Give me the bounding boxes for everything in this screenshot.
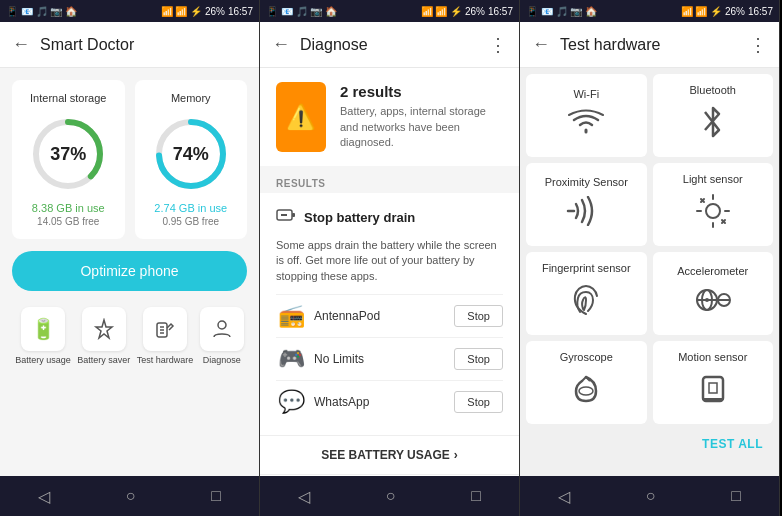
storage-row: Internal storage 37% 8.38 GB in use 14.0… bbox=[12, 80, 247, 239]
recents-nav-1[interactable]: □ bbox=[195, 481, 237, 511]
test-hardware-icon bbox=[143, 307, 187, 351]
battery-saver-icon bbox=[82, 307, 126, 351]
gyroscope-icon bbox=[568, 371, 604, 414]
battery-drain-section: Stop battery drain Some apps drain the b… bbox=[260, 193, 519, 435]
diagnose-summary: ⚠️ 2 results Battery, apps, internal sto… bbox=[260, 68, 519, 166]
home-nav-2[interactable]: ○ bbox=[370, 481, 412, 511]
back-button-2[interactable]: ← bbox=[272, 34, 290, 55]
gyroscope-item[interactable]: Gyroscope bbox=[526, 341, 647, 424]
home-nav-1[interactable]: ○ bbox=[110, 481, 152, 511]
battery-usage-item[interactable]: 🔋 Battery usage bbox=[15, 307, 71, 365]
internal-storage-info: 8.38 GB in use 14.05 GB free bbox=[32, 202, 105, 227]
see-battery-link[interactable]: SEE BATTERY USAGE › bbox=[260, 435, 519, 474]
diagnose-item[interactable]: Diagnose bbox=[200, 307, 244, 365]
proximity-icon bbox=[566, 196, 606, 233]
diagnose-body: ⚠️ 2 results Battery, apps, internal sto… bbox=[260, 68, 519, 476]
home-nav-3[interactable]: ○ bbox=[630, 481, 672, 511]
antennpod-name: AntennaPod bbox=[314, 309, 446, 323]
nolimits-name: No Limits bbox=[314, 352, 446, 366]
nav-bar-1: ◁ ○ □ bbox=[0, 476, 259, 516]
svg-point-8 bbox=[218, 321, 226, 329]
accelerometer-item[interactable]: Accelerometer bbox=[653, 252, 774, 335]
back-nav-3[interactable]: ◁ bbox=[542, 481, 586, 512]
notification-icons-1: 📱 📧 🎵 📷 🏠 bbox=[6, 6, 77, 17]
stop-whatsapp-button[interactable]: Stop bbox=[454, 391, 503, 413]
bluetooth-icon bbox=[701, 104, 725, 147]
nolimits-icon: 🎮 bbox=[276, 346, 306, 372]
motion-sensor-label: Motion sensor bbox=[678, 351, 747, 363]
internal-storage-percent: 37% bbox=[50, 144, 86, 165]
svg-point-13 bbox=[706, 204, 720, 218]
battery-usage-label: Battery usage bbox=[15, 355, 71, 365]
proximity-sensor-item[interactable]: Proximity Sensor bbox=[526, 163, 647, 246]
wifi-item[interactable]: Wi-Fi bbox=[526, 74, 647, 157]
gyroscope-label: Gyroscope bbox=[560, 351, 613, 363]
svg-rect-29 bbox=[703, 377, 723, 401]
light-sensor-icon bbox=[695, 193, 731, 236]
status-right-2: 📶 📶 ⚡ 26% 16:57 bbox=[421, 6, 513, 17]
internal-storage-card: Internal storage 37% 8.38 GB in use 14.0… bbox=[12, 80, 125, 239]
fingerprint-sensor-item[interactable]: Fingerprint sensor bbox=[526, 252, 647, 335]
fingerprint-sensor-label: Fingerprint sensor bbox=[542, 262, 631, 274]
title-smart-doctor: Smart Doctor bbox=[40, 36, 247, 54]
nav-bar-2: ◁ ○ □ bbox=[260, 476, 519, 516]
motion-sensor-item[interactable]: Motion sensor bbox=[653, 341, 774, 424]
app-row-whatsapp: 💬 WhatsApp Stop bbox=[276, 380, 503, 423]
results-label: RESULTS bbox=[260, 174, 519, 193]
wifi-icon bbox=[568, 108, 604, 143]
whatsapp-name: WhatsApp bbox=[314, 395, 446, 409]
results-desc: Battery, apps, internal storage and netw… bbox=[340, 104, 503, 150]
test-hardware-item[interactable]: Test hardware bbox=[137, 307, 194, 365]
nav-bar-3: ◁ ○ □ bbox=[520, 476, 779, 516]
battery-drain-title: Stop battery drain bbox=[304, 210, 415, 225]
fingerprint-icon bbox=[568, 282, 604, 325]
light-sensor-item[interactable]: Light sensor bbox=[653, 163, 774, 246]
diagnose-label: Diagnose bbox=[203, 355, 241, 365]
battery-saver-item[interactable]: Battery saver bbox=[77, 307, 130, 365]
diagnose-icon bbox=[200, 307, 244, 351]
memory-label: Memory bbox=[171, 92, 211, 104]
back-nav-2[interactable]: ◁ bbox=[282, 481, 326, 512]
smart-doctor-body: Internal storage 37% 8.38 GB in use 14.0… bbox=[0, 68, 259, 476]
memory-card: Memory 74% 2.74 GB in use 0.95 GB free bbox=[135, 80, 248, 239]
back-nav-1[interactable]: ◁ bbox=[22, 481, 66, 512]
more-button-2[interactable]: ⋮ bbox=[489, 34, 507, 56]
stop-antennpod-button[interactable]: Stop bbox=[454, 305, 503, 327]
stop-nolimits-button[interactable]: Stop bbox=[454, 348, 503, 370]
test-all-bar: TEST ALL bbox=[526, 424, 773, 462]
results-count: 2 results bbox=[340, 83, 503, 100]
battery-drain-icon bbox=[276, 205, 296, 230]
svg-point-25 bbox=[705, 298, 709, 302]
light-sensor-label: Light sensor bbox=[683, 173, 743, 185]
app-row-nolimits: 🎮 No Limits Stop bbox=[276, 337, 503, 380]
notification-icons-2: 📱 📧 🎵 📷 🏠 bbox=[266, 6, 337, 17]
status-left-2: 📱 📧 🎵 📷 🏠 bbox=[266, 6, 337, 17]
bluetooth-item[interactable]: Bluetooth bbox=[653, 74, 774, 157]
optimize-button[interactable]: Optimize phone bbox=[12, 251, 247, 291]
battery-drain-header: Stop battery drain bbox=[276, 205, 503, 230]
panel-test-hardware: 📱 📧 🎵 📷 🏠 📶 📶 ⚡ 26% 16:57 ← Test hardwar… bbox=[520, 0, 780, 516]
see-battery-arrow: › bbox=[454, 448, 458, 462]
test-all-button[interactable]: TEST ALL bbox=[702, 437, 763, 451]
status-right-3: 📶 📶 ⚡ 26% 16:57 bbox=[681, 6, 773, 17]
header-smart-doctor: ← Smart Doctor bbox=[0, 22, 259, 68]
diagnose-results-text: 2 results Battery, apps, internal storag… bbox=[340, 83, 503, 150]
wifi-label: Wi-Fi bbox=[573, 88, 599, 100]
recents-nav-2[interactable]: □ bbox=[455, 481, 497, 511]
panel-smart-doctor: 📱 📧 🎵 📷 🏠 📶 📶 ⚡ 26% 16:57 ← Smart Doctor… bbox=[0, 0, 260, 516]
back-button-3[interactable]: ← bbox=[532, 34, 550, 55]
hardware-grid: Wi-Fi Bluetooth bbox=[526, 74, 773, 424]
memory-in-use: 2.74 GB in use bbox=[154, 202, 227, 214]
internal-storage-label: Internal storage bbox=[30, 92, 106, 104]
bottom-icons-row: 🔋 Battery usage Battery saver bbox=[12, 307, 247, 365]
back-button-1[interactable]: ← bbox=[12, 34, 30, 55]
time-3: 16:57 bbox=[748, 6, 773, 17]
phone-warning-icon: ⚠️ bbox=[276, 82, 326, 152]
more-button-3[interactable]: ⋮ bbox=[749, 34, 767, 56]
bluetooth-label: Bluetooth bbox=[690, 84, 736, 96]
memory-free: 0.95 GB free bbox=[154, 216, 227, 227]
time-1: 16:57 bbox=[228, 6, 253, 17]
notification-icons-3: 📱 📧 🎵 📷 🏠 bbox=[526, 6, 597, 17]
signal-icons-2: 📶 📶 ⚡ 26% bbox=[421, 6, 485, 17]
recents-nav-3[interactable]: □ bbox=[715, 481, 757, 511]
